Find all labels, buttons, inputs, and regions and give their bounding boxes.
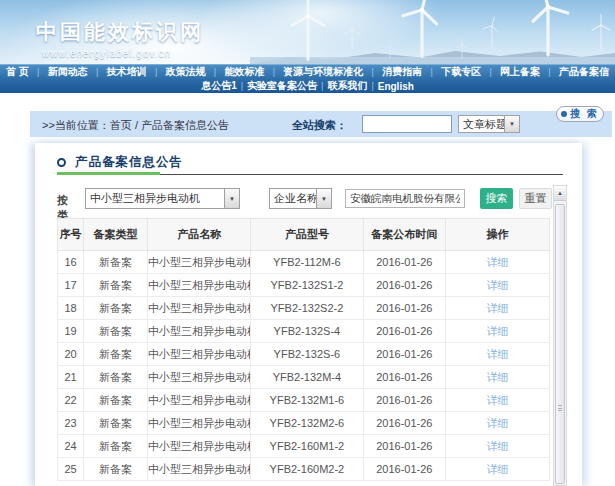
section-header: 产品备案信息公告 bbox=[57, 154, 183, 171]
nav-item[interactable]: 产品备案信 bbox=[557, 65, 611, 79]
cell-model: YFB2-160M1-2 bbox=[251, 435, 363, 458]
site-url: www.energylabel.gov.cn bbox=[42, 48, 204, 59]
table-row: 18新备案中小型三相异步电动机YFB2-132S2-22016-01-26详细 bbox=[58, 297, 550, 320]
cell-type: 新备案 bbox=[84, 251, 148, 274]
nav-separator: | bbox=[370, 67, 376, 77]
table-row: 22新备案中小型三相异步电动机YFB2-132M1-62016-01-26详细 bbox=[58, 389, 550, 412]
cell-date: 2016-01-26 bbox=[363, 274, 446, 297]
company-keyword-input[interactable] bbox=[345, 189, 465, 208]
nav-item[interactable]: 消费指南 bbox=[380, 65, 424, 79]
cell-model: YFB2-132S-4 bbox=[251, 320, 363, 343]
table-row: 20新备案中小型三相异步电动机YFB2-132S-62016-01-26详细 bbox=[58, 343, 550, 366]
nav-item[interactable]: 技术培训 bbox=[105, 65, 149, 79]
filter-reset-button[interactable]: 重置 bbox=[519, 188, 552, 209]
chevron-down-icon[interactable]: ▼ bbox=[504, 116, 519, 132]
table-row: 25新备案中小型三相异步电动机YFB2-160M2-22016-01-26详细 bbox=[58, 458, 550, 481]
scrollbar-grip bbox=[558, 405, 562, 411]
product-type-select[interactable]: 中小型三相异步电动机 ▼ bbox=[85, 188, 240, 209]
detail-link[interactable]: 详细 bbox=[487, 348, 509, 360]
nav-item[interactable]: 实验室备案公告 bbox=[245, 79, 319, 93]
column-header: 产品名称 bbox=[148, 219, 251, 251]
cell-operation: 详细 bbox=[446, 320, 550, 343]
cell-model: YFB2-132S-6 bbox=[251, 343, 363, 366]
detail-link[interactable]: 详细 bbox=[487, 279, 509, 291]
chevron-down-icon[interactable]: ▼ bbox=[224, 189, 239, 208]
cell-name: 中小型三相异步电动机 bbox=[148, 251, 251, 274]
site-search-button[interactable]: 搜 索 bbox=[556, 106, 604, 122]
circle-bullet-icon bbox=[57, 158, 66, 167]
cell-operation: 详细 bbox=[446, 251, 550, 274]
cell-name: 中小型三相异步电动机 bbox=[148, 435, 251, 458]
nav-item[interactable]: 资源与环境标准化 bbox=[281, 65, 365, 79]
cell-no: 21 bbox=[58, 366, 84, 389]
cell-operation: 详细 bbox=[446, 366, 550, 389]
detail-link[interactable]: 详细 bbox=[487, 394, 509, 406]
nav-separator: | bbox=[153, 67, 159, 77]
cell-name: 中小型三相异步电动机 bbox=[148, 366, 251, 389]
breadcrumb-separator: / bbox=[132, 119, 141, 131]
search-field-select[interactable]: 企业名称 ▼ bbox=[269, 188, 332, 209]
column-header: 备案类型 bbox=[84, 219, 148, 251]
scrollbar-thumb[interactable] bbox=[555, 204, 565, 484]
cell-date: 2016-01-26 bbox=[363, 343, 446, 366]
cell-operation: 详细 bbox=[446, 458, 550, 481]
cell-model: YFB2-132M1-6 bbox=[251, 389, 363, 412]
table-row: 21新备案中小型三相异步电动机YFB2-132M-42016-01-26详细 bbox=[58, 366, 550, 389]
cell-operation: 详细 bbox=[446, 389, 550, 412]
cell-operation: 详细 bbox=[446, 297, 550, 320]
nav-separator: | bbox=[429, 67, 435, 77]
table-header-row: 序号备案类型产品名称产品型号备案公布时间操作 bbox=[58, 219, 550, 251]
detail-link[interactable]: 详细 bbox=[487, 302, 509, 314]
nav-item[interactable]: 息公告1 bbox=[199, 79, 239, 93]
chevron-down-icon[interactable]: ▼ bbox=[316, 189, 331, 208]
cell-name: 中小型三相异步电动机 bbox=[148, 320, 251, 343]
detail-link[interactable]: 详细 bbox=[487, 371, 509, 383]
cell-no: 25 bbox=[58, 458, 84, 481]
nav-item[interactable]: English bbox=[376, 81, 416, 92]
detail-link[interactable]: 详细 bbox=[487, 325, 509, 337]
cell-model: YFB2-160M2-2 bbox=[251, 458, 363, 481]
cell-name: 中小型三相异步电动机 bbox=[148, 274, 251, 297]
nav-item[interactable]: 联系我们 bbox=[325, 79, 369, 93]
breadcrumb-bar: >>当前位置：首页 / 产品备案信息公告 全站搜索： 文章标题 ▼ bbox=[30, 111, 612, 137]
nav-item[interactable]: 新闻动态 bbox=[46, 65, 90, 79]
detail-link[interactable]: 详细 bbox=[487, 417, 509, 429]
table-row: 16新备案中小型三相异步电动机YFB2-112M-62016-01-26详细 bbox=[58, 251, 550, 274]
cell-type: 新备案 bbox=[84, 412, 148, 435]
nav-item[interactable]: 网上备案 bbox=[498, 65, 542, 79]
nav-item[interactable]: 下载专区 bbox=[439, 65, 483, 79]
site-title: 中国能效标识网 bbox=[36, 18, 204, 46]
detail-link[interactable]: 详细 bbox=[487, 256, 509, 268]
content-scrollbar[interactable]: ▲ bbox=[553, 185, 567, 486]
cell-date: 2016-01-26 bbox=[363, 458, 446, 481]
nav-separator: | bbox=[271, 67, 277, 77]
nav-separator: | bbox=[35, 67, 41, 77]
title-underline bbox=[57, 172, 563, 175]
cell-no: 23 bbox=[58, 412, 84, 435]
filter-search-button[interactable]: 搜索 bbox=[480, 188, 513, 209]
content-panel: 产品备案信息公告 按类型 中小型三相异步电动机 ▼ 企业名称 ▼ 搜索 重置 序… bbox=[35, 143, 582, 486]
detail-link[interactable]: 详细 bbox=[487, 463, 509, 475]
cell-no: 16 bbox=[58, 251, 84, 274]
breadcrumb-home-link[interactable]: 首页 bbox=[110, 119, 132, 131]
cell-type: 新备案 bbox=[84, 343, 148, 366]
breadcrumb-prefix: >>当前位置： bbox=[42, 119, 110, 131]
cell-operation: 详细 bbox=[446, 435, 550, 458]
nav-item[interactable]: 首 页 bbox=[4, 65, 31, 79]
cell-name: 中小型三相异步电动机 bbox=[148, 458, 251, 481]
nav-row-1: 首 页|新闻动态|技术培训|政策法规|能效标准|资源与环境标准化|消费指南|下载… bbox=[0, 65, 615, 79]
site-logo[interactable]: 中国能效标识网 www.energylabel.gov.cn bbox=[36, 18, 204, 59]
scroll-up-arrow-icon[interactable]: ▲ bbox=[554, 186, 566, 201]
records-table: 序号备案类型产品名称产品型号备案公布时间操作 16新备案中小型三相异步电动机YF… bbox=[57, 218, 550, 481]
site-search-input[interactable] bbox=[362, 115, 452, 133]
cell-name: 中小型三相异步电动机 bbox=[148, 389, 251, 412]
cell-type: 新备案 bbox=[84, 389, 148, 412]
cell-no: 20 bbox=[58, 343, 84, 366]
cell-model: YFB2-112M-6 bbox=[251, 251, 363, 274]
nav-item[interactable]: 能效标准 bbox=[222, 65, 266, 79]
site-search-category-select[interactable]: 文章标题 ▼ bbox=[458, 115, 520, 133]
cell-type: 新备案 bbox=[84, 458, 148, 481]
detail-link[interactable]: 详细 bbox=[487, 440, 509, 452]
nav-item[interactable]: 政策法规 bbox=[164, 65, 208, 79]
column-header: 备案公布时间 bbox=[363, 219, 446, 251]
